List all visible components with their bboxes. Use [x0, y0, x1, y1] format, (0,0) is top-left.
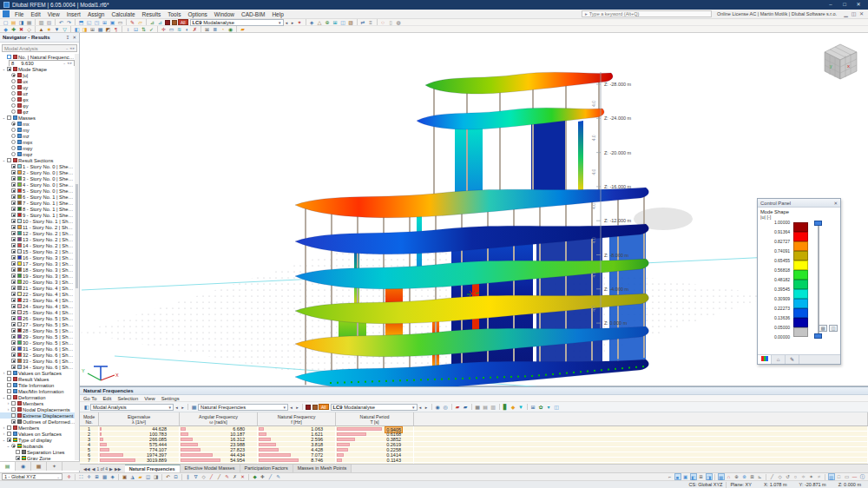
toolbar-icon[interactable]: ∇	[193, 473, 200, 480]
table-tab-participation-factors[interactable]: Participation Factors	[240, 465, 293, 472]
result-section-item[interactable]: 17 - Story No. 3 | Shear wall No. ...	[0, 260, 76, 267]
masses-option[interactable]: mx	[0, 121, 76, 127]
tree-nodal-displacements[interactable]: ›Nodal Displacements	[0, 406, 76, 412]
result-section-item[interactable]: 1 - Story No. 0 | Shear wall No. 7	[0, 163, 76, 169]
result-section-item[interactable]: 7 - Story No. 1 | Shear wall No. ...	[0, 200, 76, 206]
result-section-item[interactable]: 5 - Story No. 0 | Shear wall No. ...	[0, 188, 76, 194]
table-all-badge[interactable]: All	[319, 404, 329, 410]
toolbar-icon[interactable]: ◇	[201, 473, 207, 480]
toolbar-icon[interactable]: ◨	[706, 473, 713, 480]
toolbar-icon[interactable]: ✎	[224, 473, 231, 480]
expander-icon[interactable]: ›	[6, 407, 10, 412]
checkbox[interactable]	[11, 419, 16, 424]
result-section-item[interactable]: 28 - Story No. 5 | Shear wall No. ...	[0, 327, 76, 333]
lc-all-badge[interactable]: All	[178, 19, 188, 25]
lc-prev-button[interactable]: ◂	[284, 19, 290, 26]
table-menu-selection[interactable]: Selection	[117, 396, 138, 401]
toolbar-icon[interactable]: ▰	[137, 473, 144, 480]
toolbar-icon[interactable]: △	[316, 19, 323, 26]
toolbar-icon[interactable]: ▭	[168, 26, 175, 33]
toolbar-icon[interactable]: ▦	[102, 473, 108, 480]
expander-icon[interactable]: ›	[2, 371, 6, 375]
toolbar-icon[interactable]: ▣	[682, 473, 689, 480]
checkbox[interactable]	[11, 176, 16, 181]
result-section-item[interactable]: 32 - Story No. 6 | Shear wall No. ...	[0, 352, 76, 358]
tree-result-type[interactable]: No. | Natural Frequency f [Hz]	[0, 54, 76, 60]
checkbox[interactable]	[11, 401, 16, 406]
toolbar-icon[interactable]: ◫	[553, 404, 560, 411]
coordinate-system-combo[interactable]: 1 - Global XYZ ⌄	[2, 473, 62, 480]
checkbox[interactable]	[11, 298, 16, 302]
result-section-item[interactable]: 16 - Story No. 3 | Shear wall No. ...	[0, 254, 76, 260]
toolbar-icon[interactable]: ▼	[517, 404, 524, 411]
navigator-tab-0[interactable]: ▤	[0, 462, 16, 471]
toolbar-icon[interactable]: ◩	[105, 26, 112, 33]
toolbar-icon[interactable]: ◫	[339, 19, 346, 26]
radio-button[interactable]	[11, 128, 16, 132]
control-panel-button-0[interactable]: ▨	[819, 325, 827, 332]
analysis-prev-button[interactable]: ◂	[174, 404, 180, 411]
menu-view[interactable]: View	[44, 11, 63, 17]
table-analysis-combo[interactable]: Modal Analysis ▾	[90, 404, 174, 411]
masses-option[interactable]: mφy	[0, 145, 76, 151]
radio-button[interactable]	[11, 91, 16, 96]
search-input[interactable]	[589, 11, 708, 16]
toolbar-icon[interactable]: ✚	[260, 473, 266, 480]
toolbar-icon[interactable]: ↺	[785, 473, 792, 480]
checkbox[interactable]	[11, 170, 16, 175]
toolbar-icon[interactable]: ✿	[537, 404, 544, 411]
toolbar-icon[interactable]: ⇅	[141, 26, 148, 33]
toolbar-icon[interactable]: ∩	[726, 473, 733, 480]
toolbar-icon[interactable]: ≣	[212, 26, 219, 33]
toolbar-icon[interactable]: ⊡	[133, 26, 140, 33]
checkbox[interactable]	[7, 377, 11, 381]
result-section-item[interactable]: 30 - Story No. 5 | Shear wall No. ...	[0, 340, 76, 346]
tree-gray-zone[interactable]: Gray Zone	[0, 455, 76, 460]
result-section-item[interactable]: 11 - Story No. 2 | Shear wall No. ...	[0, 224, 76, 230]
table-menu-goto[interactable]: Go To	[83, 396, 96, 401]
toolbar-icon[interactable]: ▧	[46, 19, 53, 26]
toolbar-icon[interactable]: ▰	[454, 404, 461, 411]
result-section-item[interactable]: 3 - Story No. 0 | Shear wall No. 9	[0, 175, 76, 181]
column-header-2[interactable]: Angular Frequencyω [rad/s]	[180, 412, 258, 425]
slider-handle-bottom[interactable]	[814, 333, 822, 339]
checkbox[interactable]	[11, 195, 16, 199]
expander-icon[interactable]: ⌄	[2, 438, 6, 442]
toolbar-icon[interactable]: ◎	[442, 404, 449, 411]
model-viewport[interactable]: Z: -28.000 m4.0Z: -24.000 m4.0Z: -20.000…	[80, 33, 868, 386]
checkbox[interactable]	[7, 432, 11, 436]
result-section-item[interactable]: 23 - Story No. 4 | Shear wall No. ...	[0, 297, 76, 303]
checkbox[interactable]	[11, 261, 16, 266]
result-section-item[interactable]: 15 - Story No. 2 | Shear wall No. ...	[0, 248, 76, 254]
toolbar-icon[interactable]: ▦	[97, 26, 104, 33]
checkbox[interactable]	[11, 334, 16, 339]
table-select-combo[interactable]: Natural Frequencies ▾	[198, 404, 288, 411]
toolbar-icon[interactable]: ▱	[137, 19, 144, 26]
checkbox[interactable]	[11, 274, 16, 278]
result-section-item[interactable]: 10 - Story No. 1 | Shear wall No. ...	[0, 218, 76, 224]
toolbar-icon[interactable]: ◨	[153, 473, 160, 480]
checkbox[interactable]	[11, 255, 16, 260]
checkbox[interactable]	[11, 219, 16, 223]
toolbar-icon[interactable]: ▭	[844, 473, 851, 480]
expander-icon[interactable]: ⌄	[2, 115, 6, 120]
expander-icon[interactable]: ›	[2, 432, 6, 436]
help-close-icon[interactable]: ✕	[858, 10, 865, 17]
control-panel-tab-1[interactable]: ⌂	[772, 355, 786, 364]
navigator-tab-3[interactable]: ✦	[47, 462, 62, 471]
toolbar-icon[interactable]: ⊠	[204, 26, 211, 33]
tree-type-of-display[interactable]: ⌄Type of display	[0, 437, 76, 443]
column-header-0[interactable]: ModeNo.	[80, 412, 99, 425]
result-section-item[interactable]: 13 - Story No. 2 | Shear wall No. ...	[0, 236, 76, 242]
toolbar-icon[interactable]: ▢	[3, 19, 10, 26]
toolbar-icon[interactable]: ■	[674, 473, 681, 480]
checkbox[interactable]	[11, 310, 16, 314]
toolbar-icon[interactable]: ¶	[113, 26, 120, 33]
analysis-next-button[interactable]: ▸	[180, 404, 186, 411]
mode-shape-option[interactable]: uz	[0, 90, 76, 96]
checkbox[interactable]	[11, 164, 16, 168]
checkbox[interactable]	[11, 225, 16, 229]
radio-button[interactable]	[11, 444, 16, 448]
table-tab-effective-modal-masses[interactable]: Effective Modal Masses	[181, 465, 240, 472]
tree-members[interactable]: ›Members	[0, 400, 76, 406]
